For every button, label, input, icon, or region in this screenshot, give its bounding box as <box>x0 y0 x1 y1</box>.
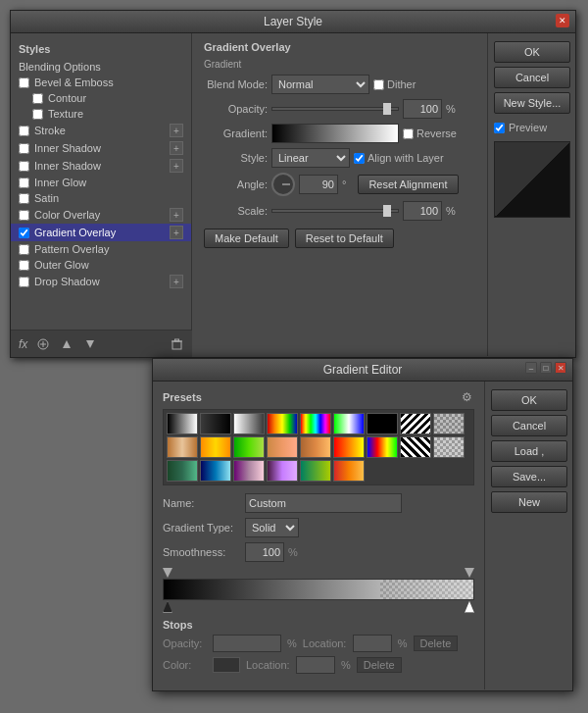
gradient-bar[interactable] <box>163 579 474 600</box>
name-input[interactable] <box>245 493 402 513</box>
inner-shadow-item-1[interactable]: Inner Shadow + <box>11 139 191 157</box>
satin-checkbox[interactable] <box>19 193 29 204</box>
texture-item[interactable]: Texture <box>11 106 191 122</box>
delete-style-button[interactable] <box>169 336 184 352</box>
preset-copper[interactable] <box>167 436 198 458</box>
preset-19[interactable] <box>167 460 198 482</box>
preset-14[interactable] <box>300 436 331 458</box>
stroke-add-button[interactable]: + <box>170 124 183 137</box>
opacity-slider[interactable] <box>271 103 399 115</box>
bevel-emboss-item[interactable]: Bevel & Emboss <box>11 75 191 90</box>
ok-button[interactable]: OK <box>494 41 570 63</box>
minimize-button[interactable]: – <box>525 362 537 374</box>
presets-gear-button[interactable]: ⚙ <box>459 389 474 405</box>
color-location-input[interactable] <box>296 656 335 674</box>
preview-checkbox[interactable] <box>494 123 505 133</box>
preset-11[interactable] <box>200 436 231 458</box>
blending-options-item[interactable]: Blending Options <box>11 59 191 75</box>
color-overlay-item[interactable]: Color Overlay + <box>11 206 191 224</box>
scale-input[interactable] <box>403 201 442 221</box>
preset-7[interactable] <box>367 413 398 434</box>
new-style-button[interactable]: New Style... <box>494 92 570 114</box>
inner-shadow-1-add-button[interactable]: + <box>170 141 183 155</box>
preset-17[interactable] <box>400 436 431 458</box>
inner-glow-checkbox[interactable] <box>19 178 29 188</box>
preset-3[interactable] <box>233 413 265 434</box>
preset-4[interactable] <box>267 413 298 434</box>
opacity-stop-left[interactable] <box>163 568 172 578</box>
color-overlay-checkbox[interactable] <box>19 210 29 221</box>
reverse-checkbox[interactable] <box>403 128 414 139</box>
color-overlay-add-button[interactable]: + <box>170 208 183 222</box>
pattern-overlay-item[interactable]: Pattern Overlay <box>11 241 191 257</box>
preset-20[interactable] <box>200 460 231 482</box>
gradient-overlay-checkbox[interactable] <box>19 228 29 238</box>
maximize-button[interactable]: □ <box>540 362 552 374</box>
color-stop-left[interactable] <box>163 601 172 613</box>
stroke-item[interactable]: Stroke + <box>11 122 191 139</box>
preset-15[interactable] <box>333 436 365 458</box>
drop-shadow-add-button[interactable]: + <box>170 275 183 288</box>
inner-glow-item[interactable]: Inner Glow <box>11 175 191 190</box>
add-style-button[interactable] <box>35 336 51 352</box>
color-delete-button[interactable]: Delete <box>357 657 402 673</box>
angle-dial[interactable] <box>271 173 295 196</box>
dither-checkbox[interactable] <box>373 79 384 90</box>
preset-13[interactable] <box>267 436 298 458</box>
preset-18[interactable] <box>433 436 465 458</box>
gradient-overlay-item[interactable]: Gradient Overlay + <box>11 224 191 241</box>
gradient-overlay-add-button[interactable]: + <box>170 226 183 239</box>
blend-mode-select[interactable]: Normal Multiply Screen Overlay <box>271 75 369 94</box>
move-down-button[interactable] <box>82 336 98 352</box>
bevel-emboss-checkbox[interactable] <box>19 77 29 88</box>
opacity-delete-button[interactable]: Delete <box>414 636 459 651</box>
make-default-button[interactable]: Make Default <box>204 229 289 248</box>
satin-item[interactable]: Satin <box>11 190 191 206</box>
inner-shadow-1-checkbox[interactable] <box>19 143 29 154</box>
texture-checkbox[interactable] <box>32 109 43 120</box>
opacity-stop-input[interactable] <box>213 635 281 652</box>
scale-slider[interactable] <box>271 205 399 217</box>
ge-cancel-button[interactable]: Cancel <box>491 415 567 436</box>
outer-glow-checkbox[interactable] <box>19 260 29 271</box>
ge-load-button[interactable]: Load , <box>491 440 567 462</box>
drop-shadow-item[interactable]: Drop Shadow + <box>11 273 191 290</box>
gradient-editor-close-button[interactable]: ✕ <box>555 362 566 374</box>
preset-16[interactable] <box>367 436 398 458</box>
color-stop-right[interactable] <box>465 601 474 613</box>
preset-23[interactable] <box>300 460 331 482</box>
inner-shadow-item-2[interactable]: Inner Shadow + <box>11 157 191 175</box>
preset-12[interactable] <box>233 436 265 458</box>
preset-21[interactable] <box>233 460 265 482</box>
color-stop-swatch[interactable] <box>213 657 240 673</box>
preset-24[interactable] <box>333 460 365 482</box>
preset-black-transparent[interactable] <box>200 413 231 434</box>
stroke-checkbox[interactable] <box>19 126 29 136</box>
drop-shadow-checkbox[interactable] <box>19 277 29 287</box>
preset-6[interactable] <box>333 413 365 434</box>
ge-new-button[interactable]: New <box>491 491 567 513</box>
opacity-location-input[interactable] <box>353 635 392 652</box>
cancel-button[interactable]: Cancel <box>494 67 570 88</box>
align-layer-checkbox[interactable] <box>354 153 365 164</box>
reset-default-button[interactable]: Reset to Default <box>295 229 394 248</box>
inner-shadow-2-add-button[interactable]: + <box>170 159 183 173</box>
ge-ok-button[interactable]: OK <box>491 389 567 411</box>
reset-alignment-button[interactable]: Reset Alignment <box>358 175 458 194</box>
smoothness-input[interactable] <box>245 542 284 562</box>
move-up-button[interactable] <box>59 336 74 352</box>
contour-checkbox[interactable] <box>32 93 43 104</box>
inner-shadow-2-checkbox[interactable] <box>19 161 29 172</box>
preset-black-white[interactable] <box>167 413 198 434</box>
contour-item[interactable]: Contour <box>11 90 191 106</box>
pattern-overlay-checkbox[interactable] <box>19 244 29 255</box>
style-select[interactable]: Linear Radial Angle Reflected Diamond <box>271 148 350 168</box>
angle-input[interactable] <box>299 175 338 194</box>
opacity-stop-right[interactable] <box>465 568 474 578</box>
gradient-type-select[interactable]: Solid Noise <box>245 518 299 537</box>
gradient-preview-swatch[interactable] <box>271 124 399 143</box>
opacity-input[interactable] <box>403 99 442 119</box>
preset-22[interactable] <box>267 460 298 482</box>
layer-style-close-button[interactable]: ✕ <box>556 14 569 27</box>
ge-save-button[interactable]: Save... <box>491 466 567 487</box>
